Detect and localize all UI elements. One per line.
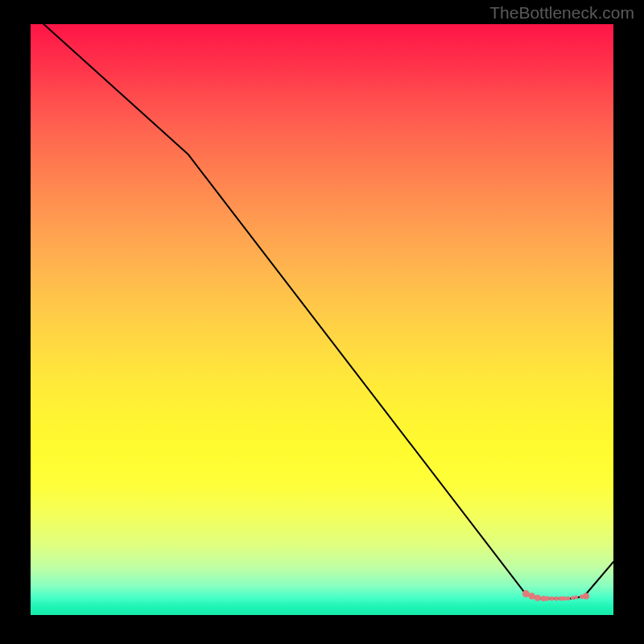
watermark-text: TheBottleneck.com xyxy=(489,3,634,23)
highlight-dot xyxy=(544,596,549,601)
highlight-dot xyxy=(549,597,554,601)
highlight-dot xyxy=(528,592,535,599)
highlight-dot xyxy=(571,596,575,600)
highlight-dot xyxy=(583,593,589,600)
chart-svg xyxy=(31,24,613,615)
highlight-dot xyxy=(554,597,559,601)
highlight-dot xyxy=(562,597,566,601)
highlight-dot xyxy=(535,595,541,601)
highlight-dot xyxy=(574,596,578,600)
curve-line xyxy=(31,24,613,598)
highlight-dot xyxy=(566,597,570,601)
highlight-markers xyxy=(522,590,589,601)
chart-plot-area xyxy=(31,24,613,615)
